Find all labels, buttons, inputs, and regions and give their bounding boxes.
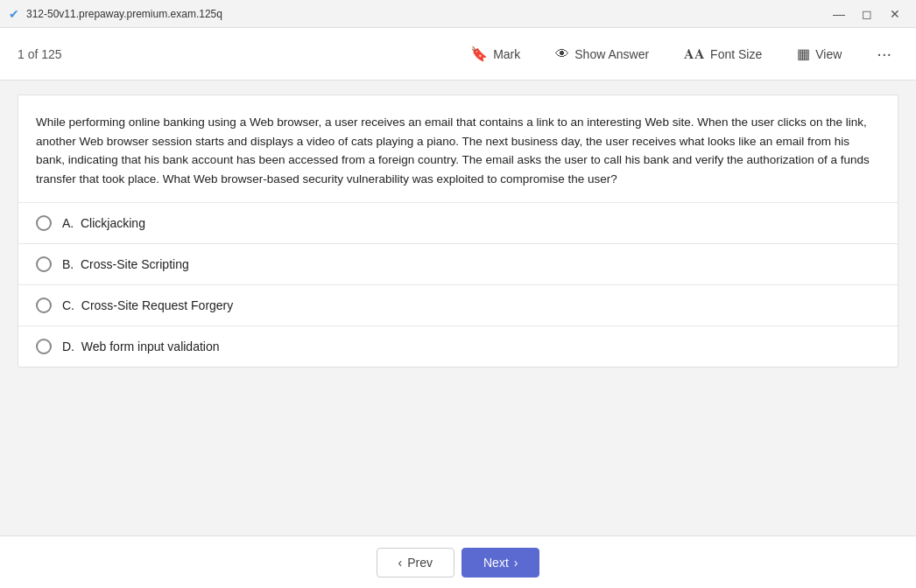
question-text: While performing online banking using a … [18,95,898,203]
title-bar-controls: — ◻ ✕ [827,5,907,23]
option-c[interactable]: C. Cross-Site Request Forgery [18,285,898,326]
maximize-button[interactable]: ◻ [855,5,879,23]
mark-button[interactable]: 🔖 Mark [463,42,527,66]
title-bar-left: ✔ 312-50v11.prepaway.premium.exam.125q [9,7,222,21]
prev-label: Prev [407,556,433,570]
prev-chevron-icon: ‹ [398,556,403,570]
font-size-button[interactable]: 𝐀𝐀 Font Size [677,43,769,66]
mark-label: Mark [493,47,520,61]
show-answer-button[interactable]: 👁 Show Answer [548,43,656,66]
question-counter: 1 of 125 [18,47,62,61]
option-c-label: C. Cross-Site Request Forgery [62,298,233,312]
radio-b[interactable] [36,256,52,272]
next-label: Next [483,556,509,570]
radio-c[interactable] [36,298,52,313]
next-chevron-icon: › [514,556,518,570]
minimize-button[interactable]: — [827,5,851,23]
radio-a[interactable] [36,215,52,231]
view-button[interactable]: ▦ View [790,42,849,66]
checkmark-icon: ✔ [9,7,19,21]
close-button[interactable]: ✕ [883,5,907,23]
option-a-label: A. Clickjacking [62,216,145,230]
eye-icon: 👁 [555,46,569,62]
show-answer-label: Show Answer [574,47,649,61]
bottom-navigation: ‹ Prev Next › [0,536,916,588]
option-d[interactable]: D. Web form input validation [18,326,898,367]
view-icon: ▦ [797,46,810,62]
prev-button[interactable]: ‹ Prev [377,548,454,578]
option-d-label: D. Web form input validation [62,340,220,354]
option-b-label: B. Cross-Site Scripting [62,257,189,271]
option-a[interactable]: A. Clickjacking [18,203,898,244]
question-container: While performing online banking using a … [18,94,898,368]
view-label: View [815,47,842,61]
radio-d[interactable] [36,339,52,354]
window-title: 312-50v11.prepaway.premium.exam.125q [26,8,222,20]
option-b[interactable]: B. Cross-Site Scripting [18,244,898,285]
font-size-label: Font Size [710,47,762,61]
more-icon: ··· [877,44,891,63]
toolbar-actions: 🔖 Mark 👁 Show Answer 𝐀𝐀 Font Size ▦ View… [463,40,898,67]
font-icon: 𝐀𝐀 [684,46,705,62]
title-bar: ✔ 312-50v11.prepaway.premium.exam.125q —… [0,0,916,28]
more-options-button[interactable]: ··· [870,40,898,67]
bookmark-icon: 🔖 [470,46,488,62]
toolbar: 1 of 125 🔖 Mark 👁 Show Answer 𝐀𝐀 Font Si… [0,28,916,80]
next-button[interactable]: Next › [462,548,539,578]
